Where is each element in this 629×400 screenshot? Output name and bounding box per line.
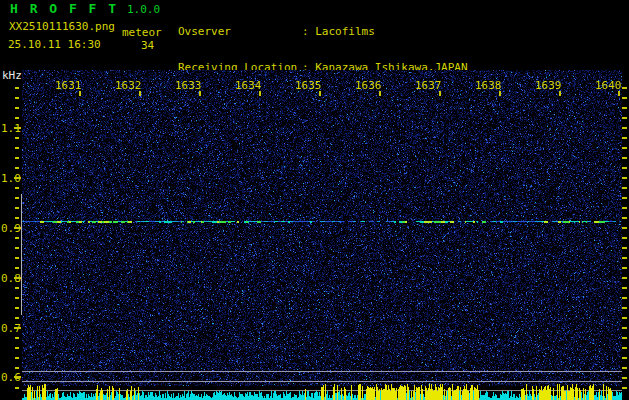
info-row-observer: Ovserver: Lacofilms <box>178 26 468 38</box>
time-tick-label: 1637 <box>415 79 442 92</box>
time-tick-label: 1632 <box>115 79 142 92</box>
time-tick-label: 1631 <box>55 79 82 92</box>
time-minute-tick <box>319 91 321 96</box>
time-tick-label: 1634 <box>235 79 262 92</box>
app-version: 1.0.0 <box>127 3 160 16</box>
info-sep: : <box>302 26 315 38</box>
time-tick-label: 1638 <box>475 79 502 92</box>
time-minute-tick <box>379 91 381 96</box>
info-label: Ovserver <box>178 26 302 38</box>
datetime-label: 25.10.11 16:30 <box>8 38 101 51</box>
time-minute-tick <box>439 91 441 96</box>
mode-label: meteor <box>122 26 162 39</box>
time-minute-tick <box>499 91 501 96</box>
time-minute-tick <box>259 91 261 96</box>
time-minute-tick <box>79 91 81 96</box>
time-tick-label: 1635 <box>295 79 322 92</box>
info-value: Lacofilms <box>315 26 375 38</box>
time-minute-tick <box>139 91 141 96</box>
freq-minor-ticks-left <box>15 87 19 393</box>
freq-axis-unit: kHz <box>2 69 22 82</box>
app-title: H R O F F T <box>10 1 118 16</box>
time-minute-tick <box>618 91 620 96</box>
freq-minor-ticks-right <box>622 87 627 393</box>
meteor-count: 34 <box>141 39 154 52</box>
time-tick-label: 1636 <box>355 79 382 92</box>
time-tick-label: 1633 <box>175 79 202 92</box>
time-minute-tick <box>199 91 201 96</box>
axis-marker-line <box>21 194 22 315</box>
hrofft-window: H R O F F T 1.0.0 XX2510111630.png meteo… <box>0 0 629 400</box>
output-filename: XX2510111630.png <box>9 20 115 33</box>
time-minute-tick <box>559 91 561 96</box>
spectrogram-canvas <box>22 70 622 400</box>
time-tick-label: 1639 <box>535 79 562 92</box>
